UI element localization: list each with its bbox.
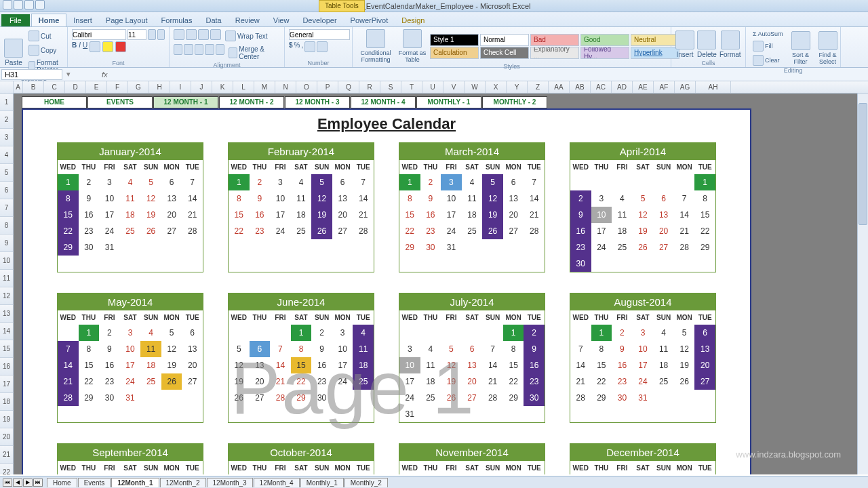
next-sheet-icon[interactable]: ▶ <box>23 479 33 487</box>
day-cell[interactable]: 3 <box>399 341 420 357</box>
day-cell[interactable]: 7 <box>570 341 591 357</box>
tab-view[interactable]: View <box>267 14 296 26</box>
day-cell[interactable]: 20 <box>503 207 524 223</box>
day-cell[interactable]: 30 <box>612 390 633 406</box>
day-cell[interactable]: 7 <box>58 341 79 357</box>
paste-icon[interactable] <box>4 39 23 58</box>
day-cell[interactable]: 8 <box>399 190 420 207</box>
day-cell[interactable]: 13 <box>332 190 353 207</box>
day-cell[interactable]: 14 <box>524 190 545 207</box>
day-cell[interactable]: 2 <box>250 174 271 190</box>
day-cell[interactable]: 23 <box>99 373 120 390</box>
col-P[interactable]: P <box>317 81 338 93</box>
row-7[interactable]: 7 <box>0 199 14 217</box>
row-11[interactable]: 11 <box>0 270 14 287</box>
day-cell[interactable]: 31 <box>441 239 462 256</box>
align-mid-icon[interactable] <box>186 29 197 40</box>
day-cell[interactable]: 9 <box>250 190 271 207</box>
wrap-text-button[interactable]: Wrap Text <box>222 29 271 43</box>
day-cell[interactable]: 15 <box>694 207 715 223</box>
day-cell[interactable]: 12 <box>482 190 503 207</box>
day-cell[interactable]: 27 <box>653 239 674 256</box>
day-cell[interactable]: 11 <box>120 190 141 207</box>
day-cell[interactable]: 25 <box>353 373 374 390</box>
day-cell[interactable]: 19 <box>482 207 503 223</box>
insert-button[interactable]: Insert <box>675 51 694 58</box>
style-bad[interactable]: Bad <box>530 34 579 46</box>
day-cell[interactable]: 21 <box>482 373 503 390</box>
day-cell[interactable]: 23 <box>311 373 332 390</box>
day-cell[interactable]: 14 <box>58 357 79 373</box>
day-cell[interactable]: 22 <box>229 223 250 239</box>
day-cell[interactable]: 22 <box>399 223 420 239</box>
day-cell[interactable]: 22 <box>291 373 312 390</box>
day-cell[interactable]: 2 <box>612 325 633 341</box>
day-cell[interactable]: 12 <box>633 207 654 223</box>
row-13[interactable]: 13 <box>0 305 14 323</box>
day-cell[interactable]: 27 <box>694 373 715 390</box>
tab-page-layout[interactable]: Page Layout <box>99 14 155 26</box>
tab-powerpivot[interactable]: PowerPivot <box>344 14 395 26</box>
day-cell[interactable]: 11 <box>420 357 441 373</box>
day-cell[interactable]: 26 <box>229 390 250 406</box>
day-cell[interactable]: 20 <box>653 223 674 239</box>
row-9[interactable]: 9 <box>0 235 14 252</box>
day-cell[interactable]: 29 <box>503 390 524 406</box>
format-table-icon[interactable] <box>403 29 422 48</box>
day-cell[interactable]: 8 <box>229 190 250 207</box>
align-right-icon[interactable] <box>195 44 203 55</box>
day-cell[interactable]: 4 <box>462 174 483 190</box>
day-cell[interactable]: 28 <box>270 390 291 406</box>
day-cell[interactable]: 11 <box>291 190 312 207</box>
day-cell[interactable]: 10 <box>99 190 120 207</box>
day-cell[interactable]: 6 <box>503 174 524 190</box>
col-T[interactable]: T <box>401 81 422 93</box>
day-cell[interactable]: 31 <box>633 390 654 406</box>
number-format-select[interactable] <box>289 29 350 40</box>
day-cell[interactable]: 8 <box>58 190 79 207</box>
day-cell[interactable]: 31 <box>99 239 120 256</box>
day-cell[interactable]: 7 <box>674 190 695 207</box>
sheet-tab-monthly_2[interactable]: Monthly_2 <box>344 478 388 487</box>
day-cell[interactable]: 10 <box>270 190 291 207</box>
day-cell[interactable]: 15 <box>229 207 250 223</box>
day-cell[interactable]: 9 <box>311 341 332 357</box>
paste-button[interactable]: Paste <box>4 59 23 66</box>
col-V[interactable]: V <box>443 81 465 93</box>
day-cell[interactable]: 10 <box>633 341 654 357</box>
day-cell[interactable]: 25 <box>462 223 483 239</box>
row-15[interactable]: 15 <box>0 340 14 358</box>
day-cell[interactable]: 1 <box>58 174 79 190</box>
day-cell[interactable]: 6 <box>653 190 674 207</box>
col-I[interactable]: I <box>170 81 191 93</box>
row-2[interactable]: 2 <box>0 111 14 129</box>
day-cell[interactable]: 19 <box>311 207 332 223</box>
day-cell[interactable]: 4 <box>120 174 141 190</box>
italic-button[interactable]: I <box>79 41 81 52</box>
day-cell[interactable]: 23 <box>570 239 591 256</box>
style-checkcell[interactable]: Check Cell <box>480 47 529 59</box>
day-cell[interactable]: 16 <box>99 357 120 373</box>
day-cell[interactable]: 7 <box>270 341 291 357</box>
cond-format-icon[interactable] <box>366 29 385 48</box>
day-cell[interactable]: 14 <box>570 357 591 373</box>
col-J[interactable]: J <box>191 81 212 93</box>
day-cell[interactable]: 7 <box>182 174 203 190</box>
day-cell[interactable]: 23 <box>612 373 633 390</box>
fill-button[interactable]: Fill <box>750 39 786 53</box>
currency-icon[interactable]: $ <box>289 41 293 52</box>
col-AH[interactable]: AH <box>696 81 731 93</box>
day-cell[interactable]: 29 <box>291 390 312 406</box>
day-cell[interactable]: 19 <box>229 373 250 390</box>
day-cell[interactable]: 5 <box>633 190 654 207</box>
nav-monthly1[interactable]: MONTHLY - 1 <box>416 96 481 108</box>
nav-12month2[interactable]: 12 MONTH - 2 <box>219 96 284 108</box>
day-cell[interactable]: 16 <box>79 207 100 223</box>
col-F[interactable]: F <box>107 81 128 93</box>
tab-review[interactable]: Review <box>229 14 267 26</box>
fill-color-icon[interactable] <box>102 41 113 52</box>
nav-monthly2[interactable]: MONTHLY - 2 <box>482 96 547 108</box>
day-cell[interactable]: 2 <box>99 325 120 341</box>
increase-font-icon[interactable] <box>148 29 156 40</box>
day-cell[interactable]: 4 <box>140 325 161 341</box>
